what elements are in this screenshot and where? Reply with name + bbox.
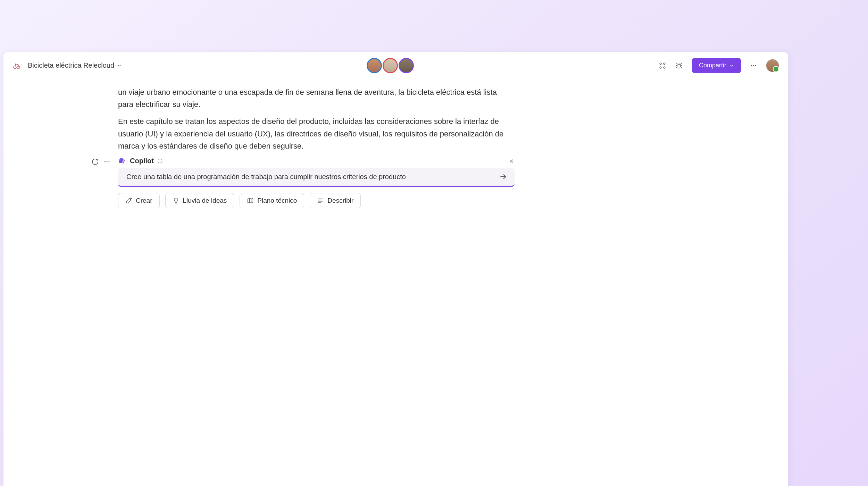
svg-rect-8 [677, 63, 682, 68]
copilot-input-wrap[interactable] [118, 168, 515, 187]
page-card: Bicicleta eléctrica Relecloud Compartir [3, 52, 788, 486]
svg-point-7 [663, 67, 665, 68]
svg-rect-9 [678, 64, 680, 67]
list-lines-icon [317, 197, 324, 204]
copilot-block: Copilot [91, 157, 515, 208]
info-icon[interactable] [157, 158, 163, 164]
document-icon [12, 61, 21, 70]
copilot-logo-icon [118, 157, 126, 165]
suggestion-describe[interactable]: Describir [310, 193, 361, 208]
svg-point-4 [660, 63, 661, 65]
share-button[interactable]: Compartir [692, 58, 741, 73]
document-title-dropdown[interactable]: Bicicleta eléctrica Relecloud [28, 61, 122, 69]
copilot-close-button[interactable] [508, 158, 515, 164]
suggestion-label: Crear [136, 197, 152, 204]
doc-paragraph-2: En este capítulo se tratan los aspectos … [118, 115, 507, 152]
presence-avatar-3[interactable] [399, 58, 414, 73]
share-button-label: Compartir [699, 62, 726, 69]
svg-point-12 [755, 65, 756, 66]
svg-point-5 [663, 63, 665, 65]
lightbulb-icon [173, 197, 180, 204]
svg-point-10 [751, 65, 752, 66]
overflow-menu-button[interactable] [750, 62, 757, 69]
presence-stack[interactable] [367, 58, 414, 73]
suggestion-label: Describir [327, 197, 353, 204]
suggestion-label: Lluvia de ideas [183, 197, 227, 204]
svg-point-15 [108, 161, 109, 162]
document-text[interactable]: un viaje urbano emocionante o una escapa… [118, 86, 507, 152]
apps-button[interactable] [659, 62, 666, 69]
copilot-more-icon[interactable] [103, 158, 110, 165]
page-header: Bicicleta eléctrica Relecloud Compartir [3, 52, 788, 79]
header-actions: Compartir [659, 58, 779, 73]
suggestion-blueprint[interactable]: Plano técnico [240, 193, 304, 208]
suggestion-label: Plano técnico [257, 197, 297, 204]
copilot-side-icons [91, 158, 110, 166]
pen-sparkle-icon [125, 197, 132, 204]
svg-point-6 [660, 67, 661, 68]
copilot-panel: Copilot [118, 157, 515, 208]
copilot-input[interactable] [126, 173, 497, 181]
svg-point-14 [107, 161, 108, 162]
view-mode-button[interactable] [675, 62, 683, 69]
suggestion-create[interactable]: Crear [118, 193, 160, 208]
user-avatar[interactable] [766, 59, 779, 72]
presence-avatar-2[interactable] [383, 58, 398, 73]
document-content: un viaje urbano emocionante o una escapa… [3, 79, 788, 486]
svg-point-11 [753, 65, 754, 66]
suggestion-row: Crear Lluvia de ideas Plan [118, 193, 515, 208]
send-button[interactable] [497, 171, 509, 183]
presence-avatar-1[interactable] [367, 58, 382, 73]
svg-point-13 [105, 161, 106, 162]
copilot-title: Copilot [130, 157, 154, 165]
copilot-header: Copilot [118, 157, 515, 165]
map-icon [247, 197, 254, 204]
comment-icon[interactable] [91, 158, 99, 166]
document-title-text: Bicicleta eléctrica Relecloud [28, 61, 114, 69]
doc-paragraph-1: un viaje urbano emocionante o una escapa… [118, 86, 507, 110]
suggestion-brainstorm[interactable]: Lluvia de ideas [165, 193, 234, 208]
